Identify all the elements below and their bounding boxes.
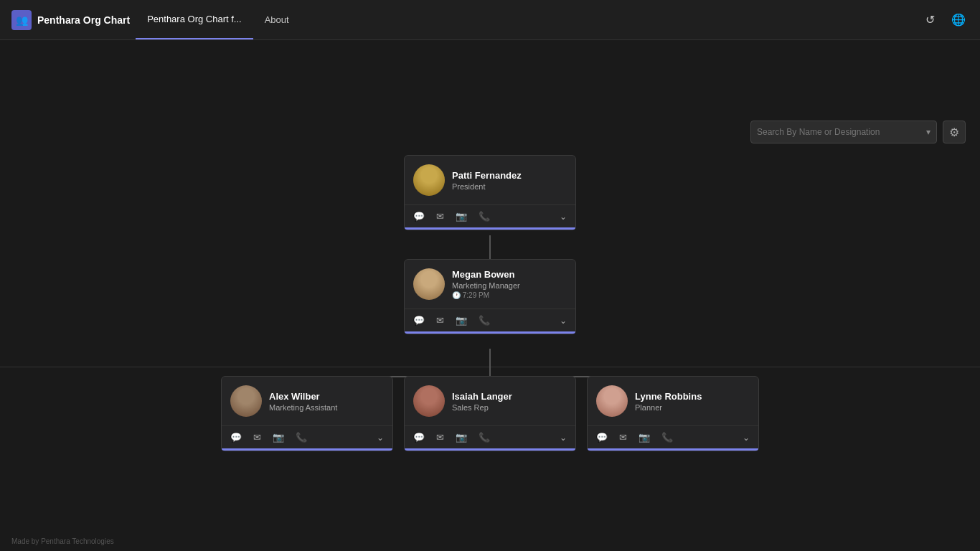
card-border-alex [222,448,392,451]
expand-isaiah[interactable]: ⌄ [560,433,567,443]
card-border-lynne [588,448,758,451]
card-top-isaiah: Isaiah Langer Sales Rep [405,377,575,425]
card-info-isaiah: Isaiah Langer Sales Rep [452,391,512,412]
card-megan-bowen: Megan Bowen Marketing Manager 🕐 7:29 PM … [404,259,576,334]
video-icon-isaiah[interactable]: 📷 [456,432,467,443]
phone-icon-isaiah[interactable]: 📞 [479,432,490,443]
card-actions-lynne: 💬 ✉ 📷 📞 ⌄ [588,425,758,448]
card-alex-wilber: Alex Wilber Marketing Assistant 💬 ✉ 📷 📞 … [221,376,393,451]
title-isaiah: Sales Rep [452,403,512,412]
card-info-lynne: Lynne Robbins Planner [635,391,702,412]
chat-icon-lynne[interactable]: 💬 [596,432,608,443]
app-title: Penthara Org Chart [37,14,130,26]
name-isaiah: Isaiah Langer [452,391,512,402]
title-alex: Marketing Assistant [269,403,337,412]
card-actions-patti: 💬 ✉ 📷 📞 ⌄ [405,204,575,227]
chat-icon-patti[interactable]: 💬 [413,211,425,222]
video-icon-patti[interactable]: 📷 [456,211,467,222]
chat-icon-megan[interactable]: 💬 [413,315,425,326]
card-actions-megan: 💬 ✉ 📷 📞 ⌄ [405,309,575,331]
phone-icon-lynne[interactable]: 📞 [661,432,673,443]
email-icon-megan[interactable]: ✉ [436,315,444,326]
card-info-alex: Alex Wilber Marketing Assistant [269,391,337,412]
card-border-isaiah [405,448,575,451]
phone-icon-megan[interactable]: 📞 [479,315,490,326]
main-content: ▾ ⚙ Patti Fernandez President 💬 ✉ 📷 [0,40,980,551]
video-icon-megan[interactable]: 📷 [456,315,467,326]
title-lynne: Planner [635,403,702,412]
expand-alex[interactable]: ⌄ [377,433,384,443]
video-icon-lynne[interactable]: 📷 [639,432,650,443]
card-info-patti: Patti Fernandez President [452,170,522,191]
chat-icon-isaiah[interactable]: 💬 [413,432,425,443]
logo-icon: 👥 [11,10,32,30]
card-top-megan: Megan Bowen Marketing Manager 🕐 7:29 PM [405,260,575,309]
avatar-isaiah [413,385,445,417]
email-icon-patti[interactable]: ✉ [436,211,444,222]
connector-patti-megan [489,235,491,259]
tab-main[interactable]: Penthara Org Chart f... [136,0,253,39]
avatar-megan [413,268,445,300]
refresh-button[interactable]: ↺ [920,10,940,30]
avatar-alex [230,385,262,417]
phone-icon-alex[interactable]: 📞 [296,432,307,443]
email-icon-isaiah[interactable]: ✉ [436,432,444,443]
time-megan: 🕐 7:29 PM [452,291,520,299]
app-logo: 👥 Penthara Org Chart [11,10,130,30]
name-patti: Patti Fernandez [452,170,522,181]
card-actions-alex: 💬 ✉ 📷 📞 ⌄ [222,425,392,448]
email-icon-lynne[interactable]: ✉ [619,432,627,443]
expand-megan[interactable]: ⌄ [560,316,567,326]
header-right: ↺ 🌐 [920,10,969,30]
chat-icon-alex[interactable]: 💬 [230,432,242,443]
name-alex: Alex Wilber [269,391,337,402]
email-icon-alex[interactable]: ✉ [253,432,261,443]
card-patti-fernandez: Patti Fernandez President 💬 ✉ 📷 📞 ⌄ [404,155,576,230]
card-top-patti: Patti Fernandez President [405,156,575,204]
nav-tabs: Penthara Org Chart f... About [136,0,301,39]
card-top-alex: Alex Wilber Marketing Assistant [222,377,392,425]
card-border-megan [405,331,575,334]
connector-megan-down [489,349,491,376]
header: 👥 Penthara Org Chart Penthara Org Chart … [0,0,980,40]
footer: Made by Penthara Technologies [11,537,114,545]
org-chart: Patti Fernandez President 💬 ✉ 📷 📞 ⌄ Mega… [0,40,980,551]
avatar-patti [413,164,445,196]
card-border-patti [405,227,575,230]
phone-icon-patti[interactable]: 📞 [479,211,490,222]
card-top-lynne: Lynne Robbins Planner [588,377,758,425]
card-lynne-robbins: Lynne Robbins Planner 💬 ✉ 📷 📞 ⌄ [587,376,759,451]
expand-lynne[interactable]: ⌄ [743,433,750,443]
name-lynne: Lynne Robbins [635,391,702,402]
card-info-megan: Megan Bowen Marketing Manager 🕐 7:29 PM [452,269,520,299]
name-megan: Megan Bowen [452,269,520,280]
title-megan: Marketing Manager [452,281,520,290]
video-icon-alex[interactable]: 📷 [273,432,284,443]
globe-button[interactable]: 🌐 [948,10,969,30]
title-patti: President [452,182,522,191]
footer-text: Made by Penthara Technologies [11,537,114,545]
tab-about[interactable]: About [253,0,301,39]
expand-patti[interactable]: ⌄ [560,212,567,222]
card-isaiah-langer: Isaiah Langer Sales Rep 💬 ✉ 📷 📞 ⌄ [404,376,576,451]
avatar-lynne [596,385,628,417]
card-actions-isaiah: 💬 ✉ 📷 📞 ⌄ [405,425,575,448]
